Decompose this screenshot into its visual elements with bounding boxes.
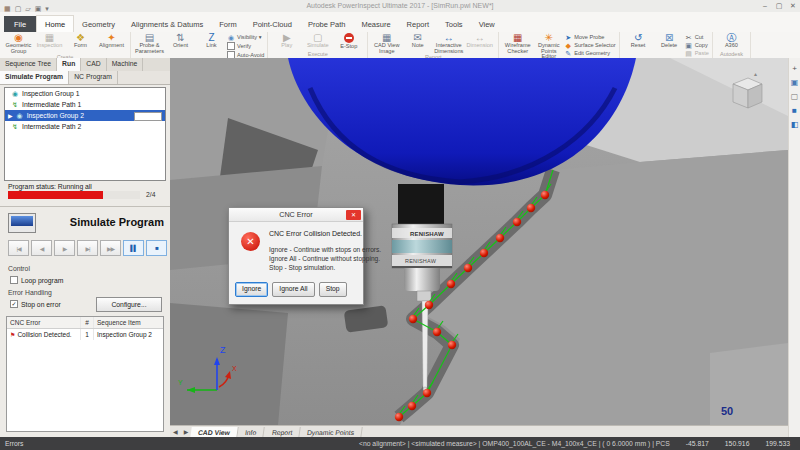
delete-button[interactable]: ⊠Delete <box>654 33 685 49</box>
error-table-row[interactable]: ⚑Collision Detected.1Inspection Group 2 <box>7 329 163 340</box>
copy-button[interactable]: ▣Copy <box>685 42 709 49</box>
ribbon-tab-report[interactable]: Report <box>399 16 438 32</box>
ribbon-tab-form[interactable]: Form <box>211 16 245 32</box>
tree-item[interactable]: ↯Intermediate Path 2 <box>5 121 165 132</box>
cad-view-image-button[interactable]: ▦CAD View Image <box>371 33 402 54</box>
stop-on-error-checkbox-box[interactable]: ✓ <box>10 300 18 308</box>
play-button[interactable]: ▶Play <box>271 33 302 49</box>
ribbon-tab-tools[interactable]: Tools <box>437 16 471 32</box>
probe-teal-band <box>392 240 452 253</box>
app-icon[interactable]: ▦ <box>4 5 11 12</box>
dialog-title-bar[interactable]: CNC Error ✕ <box>229 208 363 222</box>
dimension-button[interactable]: ↔Dimension <box>464 33 495 49</box>
wireframe-checker-button[interactable]: ▦Wireframe Checker <box>502 33 533 54</box>
ribbon-group-probe-path: ▤Probe & Parameters⇅OrientZLink◉Visibili… <box>131 32 268 58</box>
loop-program-checkbox[interactable]: Loop program <box>10 276 63 284</box>
edit-geometry-button[interactable]: ✎Edit Geometry <box>564 50 615 57</box>
ribbon-tab-file[interactable]: File <box>4 16 36 32</box>
playback-stop-button[interactable]: ■ <box>146 240 167 256</box>
measurement-point <box>541 191 549 199</box>
probe-brand-label: RENISHAW <box>410 231 444 237</box>
open-file-icon[interactable]: ▱ <box>25 5 30 12</box>
view-tab-report[interactable]: Report <box>264 427 301 438</box>
ribbon-tab-geometry[interactable]: Geometry <box>74 16 123 32</box>
playback-step-forward-button[interactable]: ▶| <box>77 240 98 256</box>
tree-item[interactable]: ◉Inspection Group 1 <box>5 88 165 99</box>
cnc-error-table: CNC Error#Sequence Item ⚑Collision Detec… <box>6 316 164 432</box>
link-button[interactable]: ZLink <box>196 33 227 49</box>
probe-parameters-button[interactable]: ▤Probe & Parameters <box>134 33 165 54</box>
ribbon-tab-probe-path[interactable]: Probe Path <box>300 16 354 32</box>
playback-pause-button[interactable]: ▌▌ <box>123 240 144 256</box>
maximize-button[interactable]: ▢ <box>772 0 786 12</box>
view-tab-dynamic-points[interactable]: Dynamic Points <box>299 427 363 438</box>
a360-button[interactable]: ⒶA360 <box>716 33 747 49</box>
e-stop-button[interactable]: E-Stop <box>333 33 364 50</box>
geometric-group-button[interactable]: ◉Geometric Group <box>3 33 34 54</box>
fit-view-icon[interactable]: + <box>792 64 797 73</box>
panel-subtab-bar: Simulate ProgramNC Program <box>0 71 170 85</box>
simulate-button[interactable]: ▢Simulate <box>302 33 333 49</box>
ribbon-tab-home[interactable]: Home <box>36 15 74 32</box>
dialog-ignore-button[interactable]: Ignore <box>235 282 268 297</box>
ribbon-group-autodesk: ⒶA360Autodesk <box>713 32 751 58</box>
ribbon-tab-measure[interactable]: Measure <box>353 16 398 32</box>
column-header: Sequence Item <box>94 317 163 328</box>
verify-checkbox[interactable]: Verify <box>227 42 264 50</box>
loop-program-checkbox-box[interactable] <box>10 276 18 284</box>
visibility-dropdown[interactable]: ◉Visibility ▾ <box>227 34 264 41</box>
stop-on-error-checkbox[interactable]: ✓ Stop on error <box>10 300 61 308</box>
view-tab-info[interactable]: Info <box>237 427 265 438</box>
quick-access-caret-icon[interactable]: ▾ <box>45 5 49 12</box>
save-icon[interactable]: ▣ <box>35 5 42 12</box>
simulate-program-title: Simulate Program <box>70 216 164 228</box>
surface-selector-button[interactable]: ◆Surface Selector <box>564 42 615 49</box>
tree-item[interactable]: ↯Intermediate Path 1 <box>5 99 165 110</box>
panel-subtab-nc-program[interactable]: NC Program <box>69 71 118 84</box>
panel-tab-sequence-tree[interactable]: Sequence Tree <box>0 58 57 71</box>
panel-subtab-simulate-program[interactable]: Simulate Program <box>0 71 69 84</box>
dialog-close-button[interactable]: ✕ <box>346 210 361 220</box>
tree-item[interactable]: ▶◉Inspection Group 2 <box>5 110 165 121</box>
dynamic-points-editor-button[interactable]: ✳Dynamic Points Editor <box>533 33 564 59</box>
form-button[interactable]: ❖Form <box>65 33 96 49</box>
playback-skip-to-end-button[interactable]: ▶▶ <box>100 240 121 256</box>
ribbon-tab-view[interactable]: View <box>471 16 503 32</box>
cut-icon: ✂ <box>685 34 693 41</box>
dialog-stop-button[interactable]: Stop <box>319 282 347 297</box>
cut-button[interactable]: ✂Cut <box>685 34 709 41</box>
section-cube-icon[interactable]: ◧ <box>791 120 799 129</box>
reset-button[interactable]: ↺Reset <box>623 33 654 49</box>
view-tab-cad-view[interactable]: CAD View <box>190 427 239 438</box>
ribbon-tab-alignments-datums[interactable]: Alignments & Datums <box>123 16 211 32</box>
inspection-button[interactable]: ▦Inspection <box>34 33 65 49</box>
orient-button[interactable]: ⇅Orient <box>165 33 196 49</box>
new-file-icon[interactable]: ▢ <box>15 5 22 12</box>
playback-step-back-button[interactable]: ◀ <box>31 240 52 256</box>
e-stop-icon <box>344 33 354 43</box>
panel-tab-cad[interactable]: CAD <box>81 58 106 71</box>
minimize-button[interactable]: – <box>758 0 772 12</box>
simulate-program-icon <box>8 213 36 233</box>
tab-scroll-left[interactable]: ◀ <box>170 427 181 438</box>
shaded-cube-icon[interactable]: ▣ <box>791 78 799 87</box>
note-button[interactable]: ✉Note <box>402 33 433 49</box>
interactive-dimensions-button[interactable]: ↔Interactive Dimensions <box>433 33 464 54</box>
playback-skip-to-start-button[interactable]: |◀ <box>8 240 29 256</box>
wireframe-cube-icon[interactable]: ▢ <box>791 92 799 101</box>
measurement-point <box>423 389 431 397</box>
panel-tab-machine[interactable]: Machine <box>107 58 144 71</box>
playback-play-button[interactable]: ▶ <box>54 240 75 256</box>
control-section-label: Control <box>8 265 30 272</box>
configure-button[interactable]: Configure... <box>96 297 162 312</box>
paste-button[interactable]: ▤Paste <box>685 50 709 57</box>
alignment-button[interactable]: ✦Alignment <box>96 33 127 49</box>
move-probe-button[interactable]: ➤Move Probe <box>564 34 615 41</box>
cnc-error-dialog: CNC Error ✕ ✕ CNC Error Collision Detect… <box>228 207 364 305</box>
dialog-ignore-all-button[interactable]: Ignore All <box>272 282 314 297</box>
close-button[interactable]: ✕ <box>786 0 800 12</box>
panel-tab-run[interactable]: Run <box>57 58 81 71</box>
axis-x-label: X <box>232 365 237 372</box>
ribbon-tab-point-cloud[interactable]: Point-Cloud <box>245 16 300 32</box>
solid-cube-icon[interactable]: ■ <box>792 106 797 115</box>
